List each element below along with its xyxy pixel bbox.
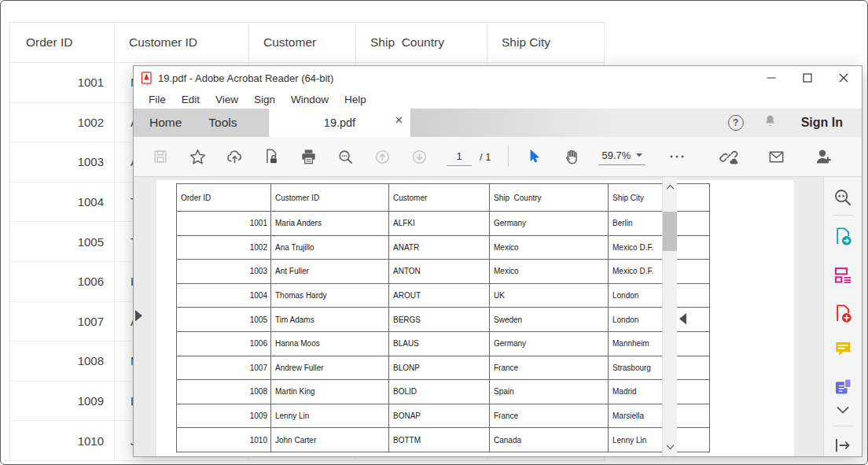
- help-icon[interactable]: ?: [728, 115, 744, 131]
- pdf-order-id-cell: 1010: [177, 428, 271, 452]
- previous-page-icon[interactable]: [373, 147, 392, 166]
- pdf-table-row: 1007 Andrew Fuller BLONP France Strasbou…: [177, 356, 710, 381]
- toolbar-right-group: [719, 147, 862, 166]
- open-tools-pane-icon[interactable]: [832, 434, 854, 456]
- left-pane-toggle-icon[interactable]: [135, 308, 146, 323]
- pdf-customer-cell: BERGS: [389, 308, 490, 332]
- order-id-cell: 1010: [10, 421, 115, 461]
- panel-divider: [833, 426, 853, 426]
- pdf-page: Order IDCustomer IDCustomerShip CountryS…: [156, 180, 794, 456]
- menu-item[interactable]: Edit: [174, 94, 208, 105]
- select-tool-icon[interactable]: [524, 147, 543, 166]
- tab-tools[interactable]: Tools: [197, 109, 248, 137]
- close-button[interactable]: [826, 66, 862, 90]
- right-pane-toggle-icon[interactable]: [679, 312, 689, 325]
- print-icon[interactable]: [299, 147, 318, 166]
- pdf-column-header: Ship City: [609, 184, 710, 212]
- pdf-customer-cell: ANATR: [389, 236, 490, 260]
- background-grid-header: Order IDCustomer IDCustomerShip CountryS…: [10, 23, 605, 63]
- vertical-scrollbar[interactable]: [662, 177, 677, 456]
- zoom-adjust-icon[interactable]: [832, 186, 854, 209]
- pdf-ship-country-cell: Spain: [490, 380, 609, 404]
- share-link-icon[interactable]: [719, 147, 738, 166]
- pdf-table-row: 1006 Hanna Moos BLAUS Germany Mannheim: [177, 332, 710, 356]
- pdf-ship-city-cell: Marsiella: [609, 404, 710, 429]
- pdf-order-id-cell: 1007: [177, 356, 271, 381]
- pdf-table-row: 1001 Maria Anders ALFKI Germany Berlin: [177, 212, 710, 236]
- pdf-customer-id-cell: John Carter: [271, 428, 389, 452]
- pdf-ship-country-cell: France: [490, 356, 609, 381]
- pdf-table-row: 1003 Ant Fuller ANTON Mexico Mexico D.F.: [177, 260, 710, 284]
- pdf-order-id-cell: 1005: [177, 308, 271, 332]
- window-controls: [753, 66, 862, 90]
- cloud-upload-icon[interactable]: [225, 147, 244, 166]
- hand-tool-icon[interactable]: [561, 147, 580, 166]
- pdf-table-row: 1005 Tim Adams BERGS Sweden London: [177, 308, 710, 332]
- title-bar[interactable]: 19.pdf - Adobe Acrobat Reader (64-bit): [134, 66, 862, 90]
- save-icon[interactable]: [151, 147, 170, 166]
- pdf-table-row: 1010 John Carter BOTTM Canada Lenny Lin: [177, 428, 710, 452]
- pdf-customer-cell: BLAUS: [389, 332, 490, 356]
- next-page-icon[interactable]: [410, 147, 428, 166]
- page-lock-icon[interactable]: [262, 147, 281, 166]
- scrollbar-thumb[interactable]: [663, 212, 677, 251]
- tab-close-icon[interactable]: [395, 116, 403, 124]
- pdf-ship-country-cell: Canada: [490, 428, 609, 452]
- search-icon[interactable]: [336, 147, 355, 166]
- menu-item[interactable]: Window: [283, 94, 337, 105]
- comment-icon[interactable]: [832, 338, 854, 360]
- pdf-order-id-cell: 1006: [177, 332, 271, 356]
- column-header[interactable]: Customer: [249, 23, 356, 63]
- order-id-cell: 1005: [10, 222, 115, 262]
- pdf-customer-id-cell: Maria Anders: [271, 212, 389, 236]
- column-header[interactable]: Ship Country: [356, 23, 487, 63]
- scroll-up-icon[interactable]: [663, 180, 677, 193]
- create-pdf-icon[interactable]: [832, 302, 854, 324]
- column-header[interactable]: Ship City: [487, 23, 605, 63]
- order-id-cell: 1009: [10, 382, 115, 422]
- pdf-column-header: Customer: [389, 184, 490, 212]
- page-count-label: / 1: [480, 151, 491, 163]
- pdf-customer-id-cell: Thomas Hardy: [271, 284, 389, 308]
- tab-document[interactable]: 19.pdf: [269, 109, 410, 137]
- email-icon[interactable]: [767, 147, 785, 166]
- more-tools-icon[interactable]: [668, 147, 686, 166]
- page-number-input[interactable]: [447, 148, 472, 166]
- toolbar: / 1 59.7%: [134, 137, 862, 177]
- sign-in-button[interactable]: Sign In: [801, 116, 843, 130]
- column-header[interactable]: Order ID: [10, 23, 115, 63]
- pdf-ship-city-cell: Madrid: [609, 380, 710, 404]
- app-frame: Order IDCustomer IDCustomerShip CountryS…: [0, 0, 868, 465]
- scroll-down-icon[interactable]: [663, 441, 677, 453]
- menu-item[interactable]: Help: [337, 94, 374, 105]
- export-pdf-icon[interactable]: [832, 225, 854, 247]
- pdf-customer-cell: BONAP: [389, 404, 490, 429]
- zoom-level-dropdown[interactable]: 59.7%: [598, 148, 645, 165]
- pdf-customer-id-cell: Lenny Lin: [271, 404, 389, 429]
- tab-home[interactable]: Home: [138, 109, 193, 137]
- organize-pages-icon[interactable]: [832, 264, 854, 286]
- zoom-level-value: 59.7%: [601, 149, 631, 161]
- menu-item[interactable]: File: [141, 94, 174, 105]
- tab-strip-left: Home Tools 19.pdf: [134, 109, 410, 137]
- star-favorite-icon[interactable]: [188, 147, 207, 166]
- maximize-button[interactable]: [789, 66, 826, 90]
- chevron-down-icon[interactable]: [832, 399, 854, 421]
- pdf-ship-country-cell: Mexico: [490, 236, 609, 260]
- fill-sign-person-icon[interactable]: [814, 147, 833, 166]
- column-header[interactable]: Customer ID: [115, 23, 249, 63]
- pdf-order-id-cell: 1008: [177, 380, 271, 404]
- pdf-customer-id-cell: Ant Fuller: [271, 260, 389, 284]
- menu-item[interactable]: Sign: [246, 94, 283, 105]
- combine-files-icon[interactable]: [832, 375, 854, 397]
- pdf-order-id-cell: 1001: [177, 212, 271, 236]
- order-id-cell: 1001: [10, 63, 115, 103]
- menu-item[interactable]: View: [208, 94, 246, 105]
- pdf-customer-cell: ALFKI: [389, 212, 490, 236]
- window-title: 19.pdf - Adobe Acrobat Reader (64-bit): [158, 72, 333, 84]
- acrobat-window: 19.pdf - Adobe Acrobat Reader (64-bit) F…: [133, 65, 862, 457]
- pdf-ship-country-cell: Germany: [490, 332, 609, 356]
- minimize-button[interactable]: [753, 66, 789, 90]
- notifications-bell-icon[interactable]: [763, 113, 778, 132]
- pdf-ship-city-cell: Strasbourg: [609, 356, 710, 381]
